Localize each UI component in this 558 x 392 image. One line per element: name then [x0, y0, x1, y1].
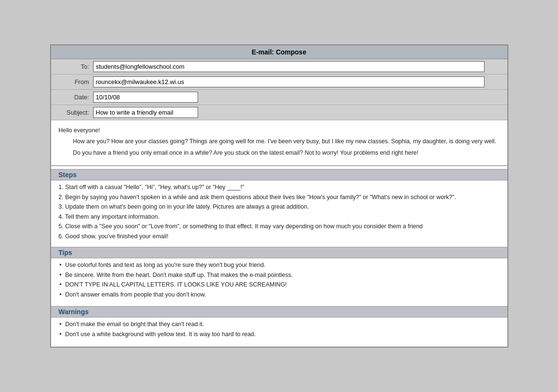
list-item: 6. Good show, you've finished your email…	[59, 233, 500, 241]
window-title: E-mail: Compose	[252, 48, 306, 56]
steps-list: 1. Start off with a casual "Hello", "Hi"…	[51, 180, 507, 244]
list-item: Don't make the email so bright that they…	[59, 320, 500, 329]
tips-title: Tips	[59, 249, 73, 256]
email-compose-window: E-mail: Compose To: From Date: Subject: …	[50, 44, 508, 348]
body-paragraph2: Do you have a friend you only email once…	[59, 148, 500, 158]
tips-list: Use colorful fonts and text as long as y…	[51, 258, 507, 303]
to-row: To:	[51, 59, 507, 74]
subject-row: Subject:	[51, 105, 507, 120]
list-item: 2. Begin by saying you haven't spoken in…	[59, 193, 500, 202]
to-input[interactable]	[93, 61, 484, 72]
list-item: Be sincere. Write from the heart. Don't …	[59, 271, 500, 280]
subject-label: Subject:	[55, 109, 93, 116]
list-item: DON'T TYPE IN ALL CAPITAL LETTERS. IT LO…	[59, 281, 500, 289]
body-paragraph1: How are you? How are your classes going?…	[59, 137, 500, 146]
steps-title: Steps	[59, 171, 77, 179]
list-item: Don't use a white background with yellow…	[59, 330, 500, 339]
from-input[interactable]	[93, 76, 484, 87]
list-item: 3. Update them on what's been going on i…	[59, 203, 500, 212]
list-item: 4. Tell them any important information.	[59, 213, 500, 222]
steps-divider: Steps	[51, 169, 507, 180]
date-label: Date:	[55, 94, 93, 101]
date-input[interactable]	[93, 92, 198, 103]
tips-divider: Tips	[51, 247, 507, 258]
to-label: To:	[55, 63, 93, 70]
body-area: Hello everyone! How are you? How are you…	[51, 120, 507, 166]
list-item: 5. Close with a "See you soon" or "Love …	[59, 222, 500, 231]
from-row: From	[51, 74, 507, 90]
list-item: 1. Start off with a casual "Hello", "Hi"…	[59, 183, 500, 192]
from-label: From	[55, 78, 93, 85]
warnings-divider: Warnings	[51, 306, 507, 318]
subject-input[interactable]	[93, 107, 198, 118]
list-item: Use colorful fonts and text as long as y…	[59, 261, 500, 270]
list-item: Don't answer emails from people that you…	[59, 291, 500, 299]
greeting-text: Hello everyone!	[59, 126, 500, 135]
title-bar: E-mail: Compose	[51, 45, 507, 59]
warnings-title: Warnings	[59, 308, 89, 316]
date-row: Date:	[51, 90, 507, 105]
warnings-list: Don't make the email so bright that they…	[51, 318, 507, 347]
